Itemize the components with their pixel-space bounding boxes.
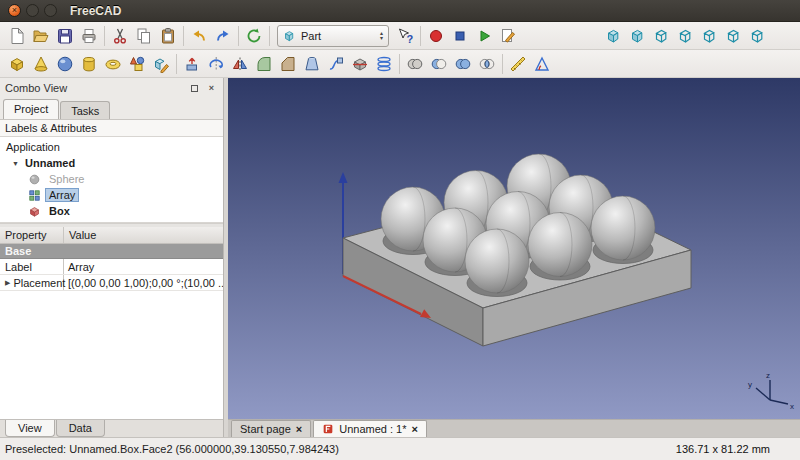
part-common-button[interactable]	[475, 52, 499, 76]
toolbar-separator	[269, 26, 270, 46]
toolbar-separator	[502, 54, 503, 74]
window-minimize-button[interactable]	[26, 4, 39, 17]
tab-close-icon[interactable]: ×	[411, 423, 417, 435]
redo-icon	[214, 27, 232, 45]
part-fillet-button[interactable]	[252, 52, 276, 76]
view-rear-button[interactable]	[721, 24, 745, 48]
part-revolve-button[interactable]	[204, 52, 228, 76]
macro-record-button[interactable]	[424, 24, 448, 48]
file-save-button[interactable]	[53, 24, 77, 48]
title-bar[interactable]: × FreeCAD	[0, 0, 800, 22]
window-maximize-button[interactable]	[44, 4, 57, 17]
part-mirror-icon	[231, 55, 249, 73]
cut-button[interactable]	[108, 24, 132, 48]
part-shapebuilder-button[interactable]	[149, 52, 173, 76]
tab-project[interactable]: Project	[3, 99, 59, 119]
redo-button[interactable]	[211, 24, 235, 48]
tab-close-icon[interactable]: ×	[296, 423, 302, 435]
part-sweep-button[interactable]	[324, 52, 348, 76]
document-tab-start-page[interactable]: Start page×	[231, 420, 311, 437]
property-rows: LabelArray▶Placement[(0,00 0,00 1,00);0,…	[0, 259, 223, 291]
file-new-icon	[8, 27, 26, 45]
part-torus-icon	[104, 55, 122, 73]
part-boolean-button[interactable]	[403, 52, 427, 76]
axis-y-label: y	[748, 380, 752, 389]
print-icon	[80, 27, 98, 45]
undo-button[interactable]	[187, 24, 211, 48]
tab-tasks[interactable]: Tasks	[60, 101, 110, 119]
property-row-label[interactable]: LabelArray	[0, 259, 223, 275]
part-extrude-button[interactable]	[180, 52, 204, 76]
dropdown-arrows-icon[interactable]: ▴▾	[380, 31, 384, 41]
view-bottom-button[interactable]	[745, 24, 769, 48]
3d-view[interactable]: z y x	[228, 78, 800, 419]
part-cut-icon	[430, 55, 448, 73]
view-rear-icon	[724, 27, 742, 45]
copy-icon	[135, 27, 153, 45]
panel-float-button[interactable]	[188, 82, 201, 95]
property-value[interactable]: Array	[64, 261, 223, 273]
workbench-selector[interactable]: Part▴▾	[277, 25, 389, 47]
file-open-button[interactable]	[29, 24, 53, 48]
part-section-button[interactable]	[348, 52, 372, 76]
part-cross-sections-button[interactable]	[372, 52, 396, 76]
copy-button[interactable]	[132, 24, 156, 48]
window-close-button[interactable]: ×	[8, 4, 21, 17]
part-union-button[interactable]	[451, 52, 475, 76]
view-top-button[interactable]	[673, 24, 697, 48]
macro-edit-button[interactable]	[496, 24, 520, 48]
part-loft-button[interactable]	[300, 52, 324, 76]
macro-stop-button[interactable]	[448, 24, 472, 48]
part-chamfer-button[interactable]	[276, 52, 300, 76]
file-open-icon	[32, 27, 50, 45]
column-property[interactable]: Property	[0, 227, 64, 243]
part-cut-button[interactable]	[427, 52, 451, 76]
part-extrude-icon	[183, 55, 201, 73]
print-button[interactable]	[77, 24, 101, 48]
tree-item-array[interactable]: Array	[0, 187, 223, 203]
refresh-button[interactable]	[242, 24, 266, 48]
tree-item-sphere[interactable]: Sphere	[0, 171, 223, 187]
tree-root-application[interactable]: Application	[0, 139, 223, 155]
part-cone-button[interactable]	[29, 52, 53, 76]
measure-angular-button[interactable]	[530, 52, 554, 76]
tree-array-icon	[28, 189, 41, 202]
property-group-base[interactable]: Base	[0, 244, 223, 259]
part-box-button[interactable]	[5, 52, 29, 76]
file-new-button[interactable]	[5, 24, 29, 48]
refresh-icon	[245, 27, 263, 45]
view-front-button[interactable]	[649, 24, 673, 48]
expander-icon[interactable]: ▼	[12, 160, 21, 167]
paste-button[interactable]	[156, 24, 180, 48]
draw-style-icon	[604, 27, 622, 45]
part-primitives-button[interactable]	[125, 52, 149, 76]
part-sphere-button[interactable]	[53, 52, 77, 76]
property-row-placement[interactable]: ▶Placement[(0,00 0,00 1,00);0,00 °;(10,0…	[0, 275, 223, 291]
tab-label: Start page	[240, 423, 291, 435]
part-cone-icon	[32, 55, 50, 73]
draw-style-button[interactable]	[601, 24, 625, 48]
part-torus-button[interactable]	[101, 52, 125, 76]
tab-data[interactable]: Data	[56, 420, 105, 437]
combo-tab-bar: Project Tasks	[0, 98, 223, 119]
part-mirror-button[interactable]	[228, 52, 252, 76]
document-tab-unnamed-1[interactable]: Unnamed : 1*×	[313, 420, 427, 437]
macro-play-button[interactable]	[472, 24, 496, 48]
panel-close-button[interactable]: ×	[205, 82, 218, 95]
expander-icon[interactable]: ▶	[5, 279, 10, 287]
status-message: Preselected: Unnamed.Box.Face2 (56.00000…	[5, 443, 339, 455]
view-isometric-button[interactable]	[625, 24, 649, 48]
undo-icon	[190, 27, 208, 45]
float-icon	[191, 85, 198, 92]
column-value[interactable]: Value	[64, 227, 223, 243]
toolbar-separator	[399, 54, 400, 74]
part-cylinder-button[interactable]	[77, 52, 101, 76]
whats-this-button[interactable]: ?	[393, 24, 417, 48]
paste-icon	[159, 27, 177, 45]
property-value[interactable]: [(0,00 0,00 1,00);0,00 °;(10,00 ...	[64, 277, 223, 289]
view-right-button[interactable]	[697, 24, 721, 48]
tab-view[interactable]: View	[5, 420, 55, 437]
tree-document-unnamed[interactable]: ▼ Unnamed	[0, 155, 223, 171]
tree-item-box[interactable]: Box	[0, 203, 223, 219]
measure-linear-button[interactable]	[506, 52, 530, 76]
